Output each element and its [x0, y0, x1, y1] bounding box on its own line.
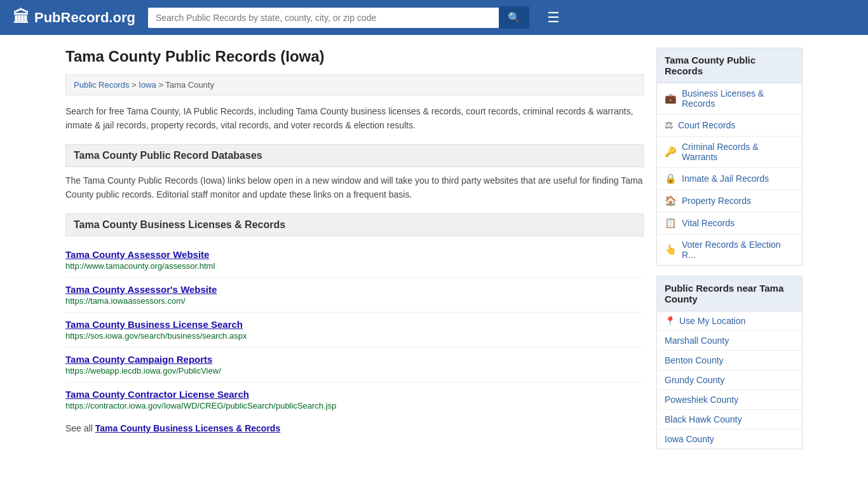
sidebar-item-label: Property Records	[682, 196, 751, 206]
sidebar-icon: 🏠	[665, 195, 677, 207]
description: Search for free Tama County, IA Public R…	[65, 104, 644, 133]
header: 🏛 PubRecord.org 🔍 ☰	[0, 0, 868, 35]
tama-sidebar-item[interactable]: 🏠 Property Records	[657, 190, 802, 212]
breadcrumb: Public Records > Iowa > Tama County	[65, 74, 644, 95]
sidebar-icon: 👆	[665, 244, 677, 255]
sidebar-icon: ⚖	[665, 119, 673, 131]
main-content: Tama County Public Records (Iowa) Public…	[65, 48, 644, 459]
content-wrapper: Tama County Public Records (Iowa) Public…	[53, 35, 815, 472]
sidebar-icon: 🔒	[665, 173, 677, 184]
biz-section-header: Tama County Business Licenses & Records	[65, 214, 644, 236]
sidebar-item-label: Vital Records	[682, 218, 735, 228]
see-all-label: See all	[65, 423, 93, 433]
breadcrumb-sep-2: >	[158, 80, 163, 90]
nearby-county-item[interactable]: Poweshiek County	[657, 390, 802, 410]
record-url: https://webapp.iecdb.iowa.gov/PublicView…	[65, 366, 644, 376]
sidebar-item-label: Business Licenses & Records	[682, 88, 794, 109]
record-link[interactable]: Tama County Campaign Reports	[65, 354, 212, 365]
record-url: http://www.tamacounty.org/assessor.html	[65, 261, 644, 271]
record-item: Tama County Assessor's Website https://t…	[65, 278, 644, 313]
nearby-box: Public Records near Tama County 📍 Use My…	[656, 276, 803, 449]
nearby-box-header: Public Records near Tama County	[657, 276, 802, 311]
record-link[interactable]: Tama County Contractor License Search	[65, 389, 249, 400]
nearby-items: Marshall CountyBenton CountyGrundy Count…	[657, 331, 802, 449]
sidebar-icon: 🔑	[665, 146, 677, 158]
sidebar: Tama County Public Records 💼 Business Li…	[656, 48, 803, 459]
records-list: Tama County Assessor Website http://www.…	[65, 243, 644, 417]
tama-box-header: Tama County Public Records	[657, 48, 802, 83]
sidebar-icon: 💼	[665, 93, 677, 104]
breadcrumb-link-public-records[interactable]: Public Records	[74, 80, 129, 90]
page-title: Tama County Public Records (Iowa)	[65, 48, 644, 65]
tama-sidebar-items: 💼 Business Licenses & Records⚖ Court Rec…	[657, 83, 802, 265]
see-all-link[interactable]: Tama County Business Licenses & Records	[95, 423, 281, 433]
nearby-county-item[interactable]: Marshall County	[657, 331, 802, 351]
nearby-county-item[interactable]: Iowa County	[657, 430, 802, 449]
nearby-county-item[interactable]: Black Hawk County	[657, 410, 802, 430]
record-item: Tama County Business License Search http…	[65, 313, 644, 348]
sidebar-icon: 📋	[665, 217, 677, 229]
record-title: Tama County Campaign Reports	[65, 354, 644, 365]
sidebar-item-label: Inmate & Jail Records	[682, 173, 769, 184]
search-button[interactable]: 🔍	[499, 6, 529, 29]
see-all: See all Tama County Business Licenses & …	[65, 423, 644, 433]
tama-sidebar-item[interactable]: 🔒 Inmate & Jail Records	[657, 168, 802, 190]
record-title: Tama County Assessor Website	[65, 249, 644, 260]
tama-sidebar-item[interactable]: 💼 Business Licenses & Records	[657, 83, 802, 114]
use-location-label: Use My Location	[679, 316, 745, 326]
record-item: Tama County Assessor Website http://www.…	[65, 243, 644, 278]
logo-text: PubRecord.org	[34, 10, 135, 26]
sidebar-item-label: Voter Records & Election R...	[682, 240, 794, 260]
record-url: https://contractor.iowa.gov/IowaIWD/CREG…	[65, 401, 644, 410]
record-item: Tama County Contractor License Search ht…	[65, 383, 644, 417]
search-input[interactable]	[148, 8, 499, 28]
use-location-item[interactable]: 📍 Use My Location	[657, 311, 802, 331]
record-url: https://tama.iowaassessors.com/	[65, 296, 644, 306]
logo-area[interactable]: 🏛 PubRecord.org	[13, 8, 135, 27]
record-title: Tama County Contractor License Search	[65, 389, 644, 400]
tama-records-box: Tama County Public Records 💼 Business Li…	[656, 48, 803, 266]
db-section-header: Tama County Public Record Databases	[65, 144, 644, 167]
record-title: Tama County Assessor's Website	[65, 284, 644, 295]
breadcrumb-link-iowa[interactable]: Iowa	[139, 80, 156, 90]
breadcrumb-sep-1: >	[132, 80, 137, 90]
record-link[interactable]: Tama County Assessor's Website	[65, 284, 217, 295]
db-description: The Tama County Public Records (Iowa) li…	[65, 173, 644, 202]
tama-sidebar-item[interactable]: 🔑 Criminal Records & Warrants	[657, 137, 802, 168]
breadcrumb-current: Tama County	[165, 80, 214, 90]
sidebar-item-label: Court Records	[678, 120, 735, 130]
record-url: https://sos.iowa.gov/search/business/sea…	[65, 331, 644, 341]
search-icon: 🔍	[508, 12, 520, 23]
pin-icon: 📍	[665, 316, 675, 326]
sidebar-item-label: Criminal Records & Warrants	[682, 142, 794, 162]
tama-sidebar-item[interactable]: ⚖ Court Records	[657, 114, 802, 137]
record-link[interactable]: Tama County Business License Search	[65, 319, 243, 330]
record-item: Tama County Campaign Reports https://web…	[65, 348, 644, 383]
record-title: Tama County Business License Search	[65, 319, 644, 330]
tama-sidebar-item[interactable]: 👆 Voter Records & Election R...	[657, 234, 802, 265]
nearby-county-item[interactable]: Grundy County	[657, 370, 802, 390]
nearby-county-item[interactable]: Benton County	[657, 351, 802, 370]
tama-sidebar-item[interactable]: 📋 Vital Records	[657, 212, 802, 234]
menu-icon: ☰	[547, 10, 560, 25]
menu-button[interactable]: ☰	[542, 7, 565, 29]
logo-icon: 🏛	[13, 8, 29, 27]
search-area: 🔍	[148, 6, 529, 29]
record-link[interactable]: Tama County Assessor Website	[65, 249, 209, 260]
